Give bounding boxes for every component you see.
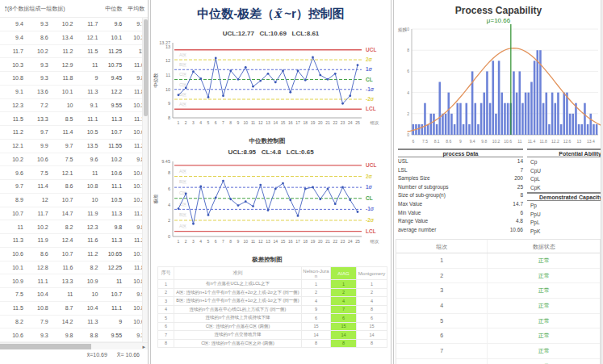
svg-text:A区: A区: [179, 224, 187, 228]
svg-text:组次: 组次: [371, 239, 380, 244]
scroll-right-arrow-icon[interactable]: ▸: [142, 343, 145, 350]
svg-text:10: 10: [243, 239, 248, 244]
mean-column-header: 平均数: [125, 5, 148, 13]
svg-text:14: 14: [273, 120, 278, 125]
table-row: 10.39.312.91110.7511.0: [0, 58, 148, 72]
left-table-body: 9.49.310.211.79.69.79.48.613.412.110.110…: [0, 18, 148, 342]
svg-text:23: 23: [341, 120, 345, 125]
svg-text:8: 8: [407, 48, 409, 52]
horizontal-scrollbar[interactable]: ▸: [0, 342, 149, 349]
svg-text:19: 19: [311, 239, 316, 244]
vertical-scrollbar-thumb[interactable]: [144, 19, 148, 116]
svg-text:极差: 极差: [153, 195, 158, 205]
horizontal-scrollbar-thumb[interactable]: [0, 344, 91, 349]
svg-text:12.2: 12.2: [551, 139, 559, 144]
svg-text:12: 12: [258, 120, 263, 125]
process-data-row: Samples Size200: [398, 174, 523, 183]
process-data-row: average number10.66: [398, 226, 523, 235]
svg-text:1: 1: [178, 239, 180, 244]
svg-text:中位数: 中位数: [153, 73, 158, 88]
svg-text:-2σ: -2σ: [366, 96, 375, 102]
svg-text:8.6: 8.6: [446, 139, 451, 144]
svg-text:1σ: 1σ: [366, 184, 373, 190]
svg-text:A区: A区: [179, 102, 187, 107]
table-row: 11.710.211.211.511.2511: [0, 45, 148, 59]
status-table: 组次 数据状态 1正常2正常3正常4正常5正常6正常7正常8正常: [396, 239, 601, 364]
table-row: 10.911.113.310.91110.8: [0, 274, 148, 288]
status-row: 4正常: [396, 299, 600, 314]
process-data-row: Max Value14.7: [398, 200, 523, 209]
rule-row: 8C区: 连续的n个点落在C区之外 (两侧)888: [158, 339, 387, 348]
svg-text:-1σ: -1σ: [366, 86, 375, 92]
rule-row: 7连续的n个点交替地升降141414: [158, 331, 387, 340]
x-tilde-symbol: x̃: [274, 6, 281, 21]
svg-text:B区: B区: [179, 179, 187, 184]
svg-text:10.2: 10.2: [492, 139, 500, 144]
table-row: 7.510.4111010.79.9: [0, 288, 148, 302]
svg-text:14: 14: [273, 239, 278, 244]
svg-text:-2σ: -2σ: [366, 217, 375, 223]
table-row: 12.37.2109.19.5510.3: [0, 99, 148, 113]
demonstrated-capacity-rows: PpPpUPpLPpK: [530, 202, 595, 236]
svg-text:中位数控制图: 中位数控制图: [249, 137, 286, 144]
svg-text:10.6: 10.6: [504, 139, 512, 144]
svg-text:3: 3: [192, 120, 195, 125]
svg-text:C区: C区: [179, 72, 187, 77]
vertical-scrollbar[interactable]: [142, 18, 148, 342]
table-row: 1110.28.212.39.89.8: [0, 220, 148, 234]
process-data-row: Number of subgroups25: [398, 183, 523, 192]
rule-row: 5连续的n个点持续上升或持续下降666: [158, 314, 387, 323]
table-row: 12.19.99.713.511.5511.2: [0, 140, 148, 153]
rules-table: 序号准则Nelson-JuranAIAGMontgomery 1有n个点落在UC…: [157, 266, 387, 348]
svg-text:19: 19: [311, 120, 316, 125]
svg-text:13.4: 13.4: [587, 139, 595, 144]
summary-mean: X̄= 10.66: [117, 352, 140, 358]
svg-text:1σ: 1σ: [366, 66, 373, 72]
table-row: 10.711.714.711.911.311.2: [0, 207, 148, 221]
process-data-row: Size of sub-group(n)8: [398, 191, 523, 200]
svg-text:20: 20: [318, 239, 323, 244]
svg-text:20: 20: [318, 120, 323, 125]
svg-text:6: 6: [412, 139, 414, 144]
svg-text:9: 9: [237, 239, 240, 244]
svg-text:7: 7: [222, 120, 224, 125]
svg-text:8: 8: [229, 120, 232, 125]
svg-text:8: 8: [229, 239, 232, 244]
svg-text:6: 6: [168, 186, 170, 191]
status-row: 5正常: [396, 314, 600, 329]
svg-text:1: 1: [178, 120, 180, 125]
svg-text:11.4: 11.4: [528, 139, 536, 144]
svg-text:9.45: 9.45: [161, 159, 170, 164]
process-data-row: Min Value6: [398, 209, 523, 218]
svg-text:10: 10: [243, 120, 248, 125]
status-row: 7正常: [396, 344, 600, 359]
svg-text:6: 6: [215, 120, 217, 125]
svg-text:13.27: 13.27: [159, 40, 170, 45]
process-data-title: process Data: [398, 149, 523, 157]
svg-text:8.1: 8.1: [434, 139, 440, 144]
range-control-chart: 024689.45UCL2σ1σCL-1σ-2σLCLA区B区C区C区B区A区1…: [151, 157, 392, 264]
svg-text:2: 2: [407, 111, 409, 116]
status-row: 8正常: [396, 359, 600, 364]
svg-text:13: 13: [266, 120, 270, 125]
table-row: 9.49.310.211.79.69.7: [0, 18, 148, 31]
svg-text:17: 17: [295, 120, 300, 125]
summary-median: x̃=10.69: [87, 352, 107, 358]
summary-stats: x̃=10.69X̄= 10.66: [77, 352, 140, 358]
svg-text:5: 5: [207, 120, 210, 125]
svg-text:LCL: LCL: [366, 228, 376, 234]
svg-text:6: 6: [407, 69, 409, 73]
svg-text:2σ: 2σ: [366, 174, 373, 179]
svg-text:CL: CL: [366, 77, 373, 82]
rule-row: 1有n个点落在UCL之上或LCL之下111: [158, 280, 387, 289]
table-row: 11.510.88.710.411.110.8: [0, 302, 148, 316]
svg-text:4: 4: [199, 239, 202, 244]
rule-row: 4连续的n个点落在中心线CL的上方或下方 (同一侧)978: [158, 305, 387, 314]
demonstrated-capacity-title: Demonstrated Capacity: [527, 192, 603, 201]
svg-text:23: 23: [341, 239, 345, 244]
svg-text:2σ: 2σ: [366, 56, 373, 62]
svg-text:8: 8: [168, 170, 170, 175]
svg-text:11: 11: [165, 73, 170, 77]
svg-text:21: 21: [325, 239, 330, 244]
status-row: 3正常: [396, 283, 600, 299]
